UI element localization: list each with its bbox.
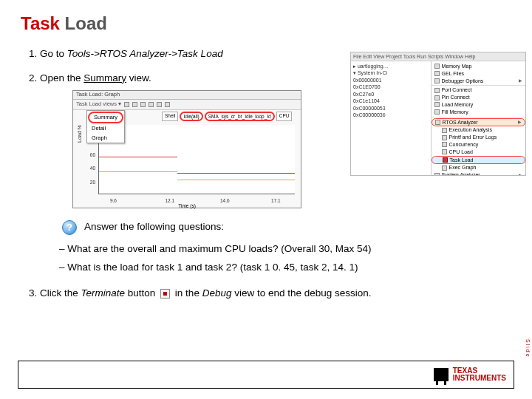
graph-toolbar: Task Load views ▾ <box>73 100 301 110</box>
legend-item: Shell <box>162 112 178 121</box>
views-dropdown: Task Load views ▾ <box>76 100 121 109</box>
toolbar-icon <box>140 102 146 107</box>
tree-row: 0xC1E0700 <box>353 83 429 90</box>
ide-tools-menu: Memory Map GEL Files Debugger Options▶ P… <box>432 61 525 175</box>
ti-chip-icon <box>434 368 449 381</box>
dropdown-item: Detail <box>87 124 124 134</box>
tree-row: 0xC1e1104 <box>353 98 429 104</box>
question-item: What is the load for task 1 and task 2? … <box>59 261 511 275</box>
graph-legend: Shell Idle(all) SMA_sys_cr_br_Idle_loop_… <box>162 112 292 121</box>
tree-row: 0xC27e0 <box>353 91 429 98</box>
question-icon: ? <box>62 220 77 235</box>
menu-item: Load Memory <box>432 101 525 109</box>
toolbar-icon <box>124 102 129 107</box>
toolbar-icon <box>132 102 137 107</box>
tree-row: ▾ System In-Ci <box>353 69 429 76</box>
text: in the <box>172 287 202 299</box>
ide-tree: ▸ uartlogging… ▾ System In-Ci 0x00000001… <box>351 61 432 175</box>
tree-row: 0xC00000053 <box>353 105 429 112</box>
view-name: Summary <box>83 72 126 83</box>
menu-item: CPU Load <box>432 149 525 156</box>
menu-item: Memory Map <box>432 63 525 70</box>
ide-screenshot: File Edit View Project Tools Run Scripts… <box>350 52 526 176</box>
graph-window-title: Task Load: Graph <box>73 91 301 100</box>
title-word-2: Load <box>65 13 107 33</box>
toolbar-icon <box>149 102 154 107</box>
views-dropdown-open: Summary Detail Graph <box>86 110 125 144</box>
step-3: Click the Terminate button in the Debug … <box>40 287 511 301</box>
text: view to end the debug session. <box>231 287 371 299</box>
side-caption: Slide <box>525 339 531 358</box>
question-lead-text: Answer the following questions: <box>84 220 224 234</box>
ti-logo: TEXAS INSTRUMENTS <box>434 367 506 382</box>
menu-item: GEL Files <box>432 70 525 78</box>
y-axis-label: Load % <box>76 125 83 143</box>
tree-row: 0xC00000036 <box>353 112 429 118</box>
x-axis-label: Time (s) <box>178 202 196 209</box>
x-ticks: 9.6 12.1 14.6 17.1 <box>98 197 295 205</box>
chart-area <box>98 125 295 194</box>
menu-item: Exec Graph <box>432 164 525 171</box>
tree-row: ▸ uartlogging… <box>353 63 429 69</box>
dropdown-item: Graph <box>87 134 124 143</box>
ide-menubar: File Edit View Project Tools Run Scripts… <box>351 52 525 61</box>
menu-item: System Analyzer▶ <box>432 171 525 176</box>
menu-item: Debugger Options▶ <box>432 78 525 85</box>
terminate-icon <box>160 289 170 299</box>
menu-item: Port Connect <box>432 86 525 94</box>
button-name: Terminate <box>81 287 126 299</box>
toolbar-icon <box>157 102 162 107</box>
question-prompt: ? Answer the following questions: <box>62 220 511 235</box>
menu-item: Pin Connect <box>432 94 525 101</box>
ti-brand-2: INSTRUMENTS <box>453 375 506 382</box>
taskload-graph-screenshot: Task Load: Graph Task Load views ▾ Summa… <box>72 90 301 208</box>
question-item: What are the overall and maximum CPU loa… <box>59 242 511 256</box>
footer: TEXAS INSTRUMENTS <box>18 361 514 389</box>
legend-item: SMA_sys_cr_br_Idle_loop_Id <box>205 112 275 121</box>
page-title: Task Load <box>21 13 511 34</box>
menu-path: Tools->RTOS Analyzer->Task Load <box>67 48 223 59</box>
menu-item-task-load: Task Load <box>432 156 525 165</box>
text: Open the <box>40 72 83 83</box>
title-word-1: Task <box>21 13 60 33</box>
menu-item-rtos-analyzer: RTOS Analyzer▶ <box>432 118 525 127</box>
view-name: Debug <box>202 287 232 299</box>
text: view. <box>126 72 151 83</box>
toolbar-icon <box>165 102 170 107</box>
text: button <box>125 287 158 299</box>
menu-item: Fill Memory <box>432 109 525 116</box>
menu-item: Concurrency <box>432 141 525 149</box>
text: Go to <box>40 48 67 59</box>
question-list: What are the overall and maximum CPU loa… <box>40 242 511 275</box>
legend-item: CPU <box>276 112 293 121</box>
dropdown-item-summary: Summary <box>88 112 123 124</box>
menu-item: Execution Analysis <box>432 126 525 134</box>
menu-item: Printf and Error Logs <box>432 134 525 141</box>
legend-item: Idle(all) <box>180 112 202 121</box>
tree-row: 0x00000001 <box>353 77 429 83</box>
text: Click the <box>40 287 81 299</box>
